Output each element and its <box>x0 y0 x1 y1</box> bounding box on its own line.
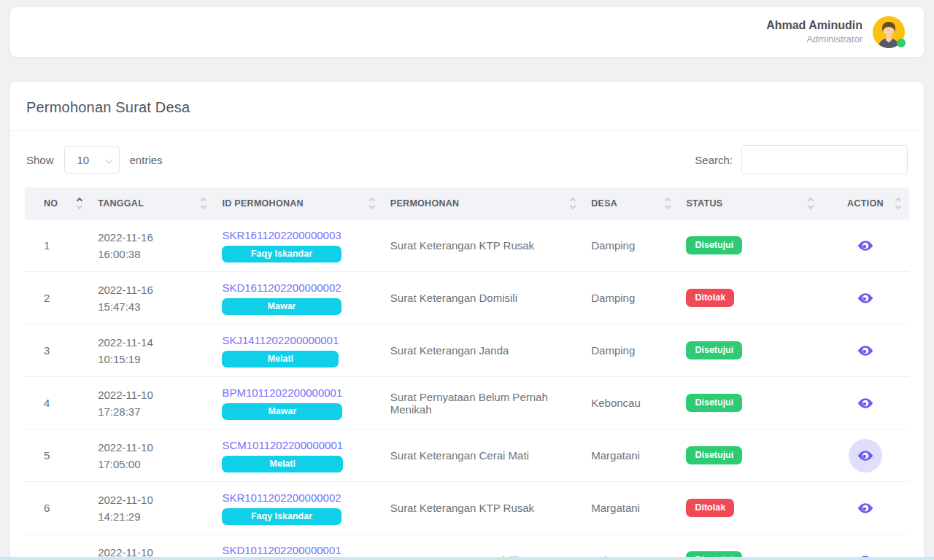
cell-desa: Margatani <box>584 429 679 482</box>
applicant-badge: Melati <box>222 351 339 368</box>
sort-desc-icon <box>895 203 901 209</box>
cell-status: Ditolak <box>679 272 821 324</box>
id-wrap: SKR1011202200000002Faqy Iskandar <box>222 491 341 525</box>
column-label: DESA <box>591 198 617 209</box>
view-action-button[interactable] <box>849 281 882 315</box>
user-info: Ahmad Aminudin Administrator <box>766 18 862 46</box>
page-length-select[interactable]: 10 <box>64 146 120 174</box>
cell-id-permohonan: SKD1011202200000001Melati <box>215 534 382 560</box>
sort-asc-icon <box>201 198 207 203</box>
date-text: 2022-11-10 <box>98 491 207 508</box>
sort-icons <box>370 198 374 209</box>
page-length-select-shell: 10 <box>64 146 120 174</box>
date-text: 2022-11-14 <box>98 334 207 351</box>
request-id-link[interactable]: SKD1611202200000002 <box>222 281 341 295</box>
search-label: Search: <box>695 154 733 166</box>
applicant-badge: Faqy Iskandar <box>222 246 341 262</box>
table-row: 62022-11-1014:21:29SKR1011202200000002Fa… <box>25 482 909 534</box>
entries-label: entries <box>130 154 163 166</box>
request-id-link[interactable]: SKD1011202200000001 <box>222 543 341 558</box>
cell-action <box>822 534 909 560</box>
view-action-button[interactable] <box>849 386 882 420</box>
sort-desc-icon <box>201 203 207 209</box>
cell-status: Ditolak <box>679 482 821 534</box>
column-header-action[interactable]: ACTION <box>822 187 909 219</box>
applicant-badge: Mawar <box>222 298 341 315</box>
sort-desc-icon <box>665 203 671 209</box>
cell-tanggal: 2022-11-1014:21:29 <box>90 482 215 534</box>
time-text: 17:28:37 <box>98 403 207 420</box>
cell-permohonan: Surat Keterangan KTP Rusak <box>383 482 584 534</box>
view-action-button[interactable] <box>849 491 882 525</box>
column-label: STATUS <box>686 198 722 209</box>
view-action-button[interactable] <box>849 334 882 368</box>
time-text: 10:15:19 <box>98 351 207 368</box>
cell-no: 3 <box>25 324 90 377</box>
cell-no: 6 <box>25 482 90 534</box>
eye-icon <box>857 290 873 306</box>
cell-tanggal: 2022-11-1616:00:38 <box>90 219 215 272</box>
column-header-id[interactable]: ID PERMOHONAN <box>215 187 382 219</box>
cell-no: 4 <box>25 377 90 429</box>
cell-id-permohonan: BPM1011202200000001Mawar <box>215 377 382 429</box>
status-badge: Disetujui <box>686 446 742 464</box>
page-title: Permohonan Surat Desa <box>26 99 908 116</box>
topbar: Ahmad Aminudin Administrator <box>10 7 924 57</box>
view-action-button[interactable] <box>849 439 882 472</box>
sort-icons <box>571 198 575 209</box>
id-wrap: SKR1611202200000003Faqy Iskandar <box>222 228 341 262</box>
column-header-tanggal[interactable]: TANGGAL <box>90 187 215 219</box>
id-wrap: SKD1611202200000002Mawar <box>222 281 341 315</box>
page-length-control: Show 10 entries <box>26 146 163 174</box>
sort-desc-icon <box>77 203 82 209</box>
table-row: 42022-11-1017:28:37BPM1011202200000001Ma… <box>25 377 909 429</box>
column-header-no[interactable]: NO <box>25 187 90 219</box>
status-badge: Ditolak <box>686 499 734 517</box>
view-action-button[interactable] <box>849 229 882 262</box>
status-badge: Disetujui <box>686 341 742 359</box>
id-wrap: SCM1011202200000001Melati <box>222 438 343 472</box>
status-badge: Disetujui <box>686 236 742 254</box>
sort-asc-icon <box>570 198 576 203</box>
status-badge: Ditolak <box>686 289 734 307</box>
request-id-link[interactable]: SKR1611202200000003 <box>222 228 341 243</box>
column-header-status[interactable]: STATUS <box>679 187 821 219</box>
user-avatar[interactable] <box>873 16 905 48</box>
cell-no: 2 <box>25 272 90 324</box>
search-input[interactable] <box>741 145 908 174</box>
cell-status: Disetujui <box>679 377 821 429</box>
cell-no: 5 <box>25 429 90 482</box>
sort-icons <box>665 198 670 209</box>
applicant-badge: Melati <box>222 456 343 472</box>
cell-tanggal: 2022-11-1011:57:01 <box>90 534 215 560</box>
eye-icon <box>857 500 873 516</box>
content-card: Permohonan Surat Desa Show 10 entries Se… <box>10 82 924 560</box>
table-row: 12022-11-1616:00:38SKR1611202200000003Fa… <box>25 219 909 272</box>
cell-id-permohonan: SKJ1411202200000001Melati <box>215 324 382 377</box>
column-header-permohonan[interactable]: PERMOHONAN <box>383 187 584 219</box>
column-label: PERMOHONAN <box>390 198 460 209</box>
date-text: 2022-11-16 <box>98 281 207 298</box>
sort-icons <box>77 198 82 209</box>
search-control: Search: <box>695 145 908 174</box>
bottom-edge-strip <box>0 557 934 560</box>
card-title-row: Permohonan Surat Desa <box>10 82 924 131</box>
request-id-link[interactable]: SKR1011202200000002 <box>222 491 341 505</box>
table-body: 12022-11-1616:00:38SKR1611202200000003Fa… <box>25 219 909 560</box>
cell-status: Disetujui <box>679 534 821 560</box>
online-status-dot <box>897 39 906 47</box>
requests-table: NOTANGGALID PERMOHONANPERMOHONANDESASTAT… <box>25 187 909 560</box>
request-id-link[interactable]: SCM1011202200000001 <box>222 438 343 453</box>
request-id-link[interactable]: BPM1011202200000001 <box>222 386 342 400</box>
user-role: Administrator <box>766 33 862 46</box>
request-id-link[interactable]: SKJ1411202200000001 <box>222 333 339 348</box>
user-name: Ahmad Aminudin <box>766 18 862 33</box>
table-row: 22022-11-1615:47:43SKD1611202200000002Ma… <box>25 272 909 324</box>
cell-action <box>822 219 909 272</box>
eye-icon <box>857 238 873 254</box>
column-label: ID PERMOHONAN <box>222 198 304 209</box>
cell-no: 7 <box>25 534 90 560</box>
column-header-desa[interactable]: DESA <box>584 187 679 219</box>
cell-permohonan: Surat Keterangan Domisili <box>383 534 584 560</box>
eye-icon <box>857 395 873 411</box>
